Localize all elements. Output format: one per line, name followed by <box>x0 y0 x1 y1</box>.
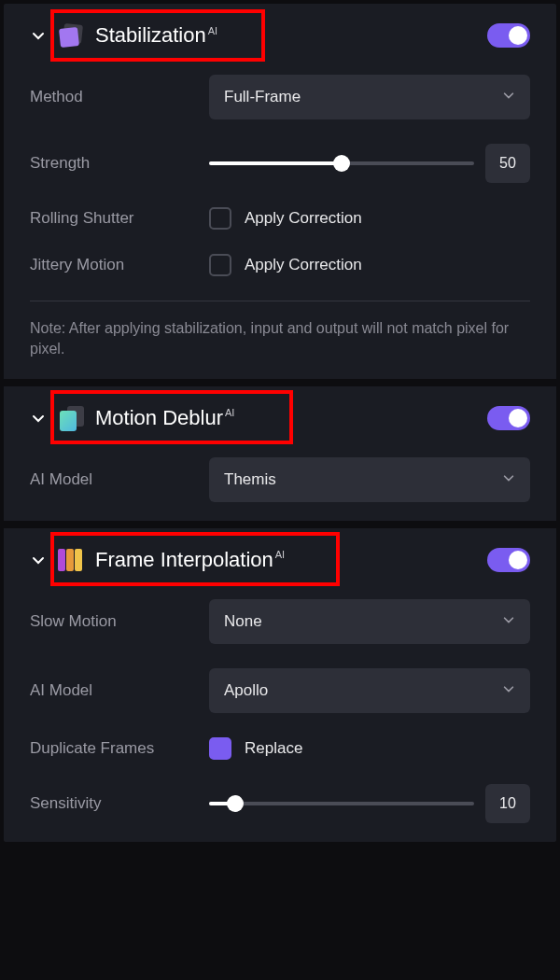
stabilization-section: StabilizationAI Method Full-Frame Streng… <box>4 4 556 386</box>
chevron-down-icon <box>502 681 515 700</box>
slowmo-label: Slow Motion <box>30 612 209 631</box>
strength-label: Strength <box>30 154 209 173</box>
deblur-model-value: Themis <box>224 470 276 489</box>
rolling-shutter-label: Rolling Shutter <box>30 209 209 228</box>
strength-value[interactable]: 50 <box>485 144 530 183</box>
sensitivity-value[interactable]: 10 <box>485 784 530 823</box>
sensitivity-slider[interactable] <box>209 802 474 805</box>
frame-interpolation-section: Frame InterpolationAI Slow Motion None A… <box>4 528 556 842</box>
interpolation-header: Frame InterpolationAI <box>30 547 530 573</box>
jittery-check-label: Apply Correction <box>245 256 362 274</box>
ai-badge: AI <box>225 407 234 418</box>
stabilization-note: Note: After applying stabilization, inpu… <box>30 318 530 360</box>
slider-thumb[interactable] <box>227 795 244 812</box>
slowmo-value: None <box>224 612 262 631</box>
collapse-chevron-icon[interactable] <box>30 410 47 427</box>
duplicate-frames-checkbox[interactable] <box>209 737 231 760</box>
interp-model-select[interactable]: Apollo <box>209 668 530 713</box>
deblur-toggle[interactable] <box>487 406 530 430</box>
method-label: Method <box>30 88 209 106</box>
strength-slider[interactable] <box>209 161 474 165</box>
chevron-down-icon <box>502 88 515 106</box>
collapse-chevron-icon[interactable] <box>30 27 47 44</box>
divider <box>30 301 530 301</box>
collapse-chevron-icon[interactable] <box>30 552 47 568</box>
slider-thumb[interactable] <box>333 155 350 172</box>
stabilization-icon <box>58 22 84 49</box>
stabilization-header: StabilizationAI <box>30 22 530 49</box>
motion-deblur-section: Motion DeblurAI AI Model Themis <box>4 386 556 528</box>
method-select[interactable]: Full-Frame <box>209 75 530 119</box>
interpolation-toggle[interactable] <box>487 548 530 572</box>
jittery-motion-label: Jittery Motion <box>30 256 209 274</box>
chevron-down-icon <box>502 470 515 489</box>
method-value: Full-Frame <box>224 88 301 106</box>
chevron-down-icon <box>502 612 515 631</box>
deblur-title: Motion DeblurAI <box>95 406 234 430</box>
jittery-motion-checkbox[interactable] <box>209 254 231 276</box>
sensitivity-label: Sensitivity <box>30 794 209 813</box>
deblur-model-label: AI Model <box>30 470 209 489</box>
duplicate-frames-label: Duplicate Frames <box>30 739 209 758</box>
frame-interpolation-icon <box>58 547 84 573</box>
stabilization-toggle[interactable] <box>487 23 530 48</box>
ai-badge: AI <box>275 549 285 560</box>
slowmo-select[interactable]: None <box>209 599 530 644</box>
rolling-shutter-check-label: Apply Correction <box>245 209 362 228</box>
motion-deblur-icon <box>58 405 84 431</box>
duplicate-frames-check-label: Replace <box>245 739 302 758</box>
rolling-shutter-checkbox[interactable] <box>209 207 231 230</box>
ai-badge: AI <box>208 25 217 36</box>
interp-model-value: Apollo <box>224 681 268 700</box>
deblur-header: Motion DeblurAI <box>30 405 530 431</box>
deblur-model-select[interactable]: Themis <box>209 457 530 502</box>
interpolation-title: Frame InterpolationAI <box>95 548 285 572</box>
interp-model-label: AI Model <box>30 681 209 700</box>
stabilization-title: StabilizationAI <box>95 23 217 48</box>
